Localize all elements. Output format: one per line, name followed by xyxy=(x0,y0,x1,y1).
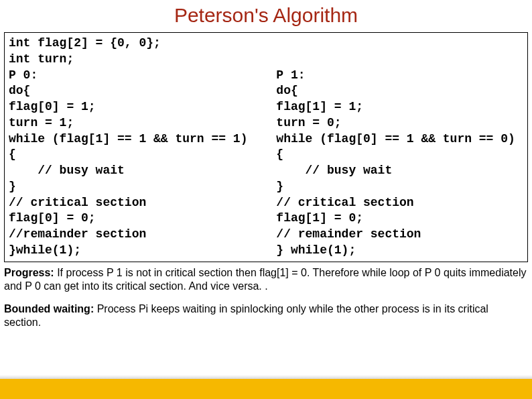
progress-lead: Progress: xyxy=(4,267,54,278)
bounded-lead: Bounded waiting: xyxy=(4,303,94,315)
progress-body: If process P 1 is not in critical sectio… xyxy=(4,267,527,292)
code-right-column: P 1: do{ flag[1] = 1; turn = 0; while (f… xyxy=(276,36,523,259)
code-left-column: int flag[2] = {0, 0}; int turn; P 0: do{… xyxy=(9,36,276,259)
notes-section: Progress: If process P 1 is not in criti… xyxy=(4,266,528,329)
bounded-waiting-note: Bounded waiting: Process Pi keeps waitin… xyxy=(4,302,528,329)
progress-note: Progress: If process P 1 is not in criti… xyxy=(4,266,528,293)
slide-title: Peterson's Algorithm xyxy=(0,0,532,31)
footer-bar xyxy=(0,379,532,399)
code-box: int flag[2] = {0, 0}; int turn; P 0: do{… xyxy=(4,32,528,262)
slide: Peterson's Algorithm int flag[2] = {0, 0… xyxy=(0,0,532,399)
